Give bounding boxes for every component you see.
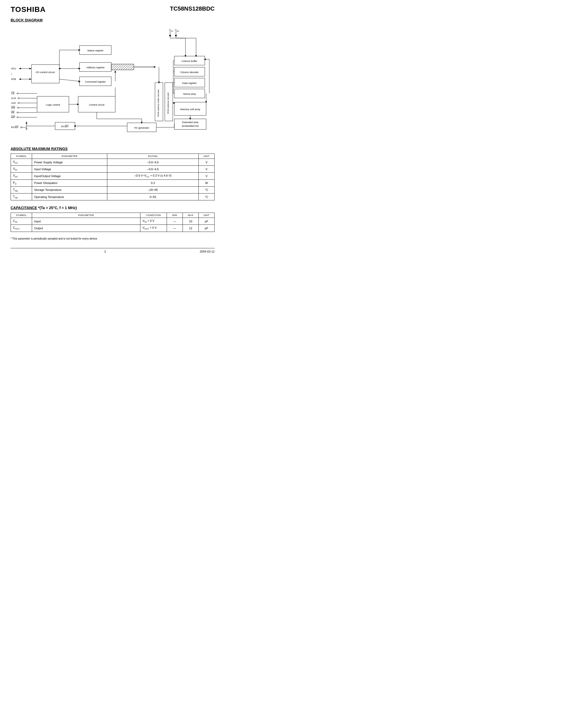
svg-text:RE: RE	[11, 111, 15, 114]
svg-point-69	[21, 127, 22, 128]
table-row: PD Power Dissipation 0.3 W	[11, 179, 214, 186]
cap-max-cin: 10	[183, 218, 199, 225]
cap-cond-cin: VIN = 0 V	[140, 218, 167, 225]
unit-vin: V	[199, 166, 214, 173]
cap-col-unit: UNIT	[199, 213, 214, 218]
table-row: Tstg Storage Temperature –20~65 °C	[11, 186, 214, 193]
symbol-tstg: Tstg	[11, 186, 32, 193]
rating-vin: –0.6~4.6	[107, 166, 199, 173]
svg-text:VSS: VSS	[175, 29, 179, 32]
svg-text:(embedded ID): (embedded ID)	[182, 124, 198, 127]
table-row: VCC Power Supply Voltage –0.6~4.6 V	[11, 159, 214, 166]
table-row: CIN Input VIN = 0 V — 10 pF	[11, 218, 214, 225]
param-vio: Input/Output Voltage	[32, 173, 107, 179]
svg-text:Memory cell array: Memory cell array	[180, 108, 200, 111]
svg-text:WE: WE	[11, 106, 15, 109]
svg-point-51	[17, 93, 18, 94]
footer-date: 2004-03-12	[200, 250, 214, 253]
svg-text:Extended area: Extended area	[182, 121, 199, 124]
svg-point-54	[18, 98, 19, 99]
svg-text:HV generator: HV generator	[134, 126, 149, 129]
cap-symbol-cin: CIN	[11, 218, 32, 225]
svg-text:VCC: VCC	[169, 29, 173, 32]
col-unit: UNIT	[199, 154, 214, 159]
rating-vio: –0.6 V~VCC + 0.3 V (≤ 4.6 V)	[107, 173, 199, 179]
svg-text:CLE: CLE	[11, 97, 16, 100]
svg-text:Column decoder: Column decoder	[180, 71, 199, 74]
symbol-pd: PD	[11, 179, 32, 186]
cap-col-symbol: SYMBOL	[11, 213, 32, 218]
svg-text:i: i	[11, 72, 12, 75]
cap-cond-cout: VOUT = 0 V	[140, 225, 167, 232]
svg-line-89	[59, 79, 79, 81]
svg-marker-14	[19, 78, 21, 80]
cap-title-word: CAPACITANCE	[11, 206, 37, 210]
svg-text:CE: CE	[11, 92, 15, 95]
symbol-vin: VIN	[11, 166, 32, 173]
svg-rect-15	[32, 65, 59, 83]
col-symbol: SYMBOL	[11, 154, 32, 159]
svg-point-60	[17, 107, 19, 109]
page-header: TOSHIBA TC58NS128BDC	[11, 5, 214, 14]
symbol-vio: VI/O	[11, 173, 32, 179]
svg-text:I/O8: I/O8	[11, 78, 16, 80]
capacitance-title: CAPACITANCE *(Ta = 25°C, f = 1 MHz)	[11, 206, 214, 210]
svg-text:Sense amp: Sense amp	[183, 92, 196, 95]
svg-text:RY/BY: RY/BY	[61, 125, 69, 128]
svg-marker-5	[175, 35, 177, 37]
svg-marker-13	[29, 78, 32, 80]
param-vin: Input Voltage	[32, 166, 107, 173]
block-diagram-container: VCC VSS I/O1 i I/O8 I/O control circuit	[11, 25, 217, 139]
symbol-vcc: VCC	[11, 159, 32, 166]
param-pd: Power Dissipation	[32, 179, 107, 186]
symbol-topr: Topr	[11, 193, 32, 200]
svg-text:ROW address buffer decoder: ROW address buffer decoder	[157, 89, 159, 117]
unit-topr: °C	[199, 193, 214, 200]
cap-max-cout: 12	[183, 225, 199, 232]
svg-text:ALE: ALE	[11, 101, 16, 104]
cap-col-max: MAX	[183, 213, 199, 218]
svg-marker-8	[29, 68, 32, 69]
cap-min-cin: —	[167, 218, 183, 225]
capacitance-section: CAPACITANCE *(Ta = 25°C, f = 1 MHz) SYMB…	[11, 206, 214, 240]
cap-col-min: MIN	[167, 213, 183, 218]
company-logo: TOSHIBA	[11, 5, 46, 14]
rating-pd: 0.3	[107, 179, 199, 186]
svg-text:I/O control circuit: I/O control circuit	[36, 71, 55, 74]
unit-pd: W	[199, 179, 214, 186]
capacitance-table: SYMBOL PARAMETER CONDITION MIN MAX UNIT …	[11, 213, 214, 232]
svg-marker-85	[114, 70, 116, 73]
svg-text:Column buffer: Column buffer	[181, 60, 197, 62]
cap-col-condition: CONDITION	[140, 213, 167, 218]
page-number: 2	[104, 250, 106, 253]
svg-text:Address register: Address register	[86, 66, 104, 69]
svg-point-66	[17, 117, 18, 118]
table-row: Topr Operating Temperature 0~55 °C	[11, 193, 214, 200]
abs-max-ratings-section: ABSOLUTE MAXIMUM RATINGS SYMBOL PARAMETE…	[11, 147, 214, 200]
svg-rect-21	[111, 64, 134, 70]
svg-text:I/O1: I/O1	[11, 67, 16, 70]
capacitance-footnote: * This parameter is periodically sampled…	[11, 237, 214, 240]
svg-text:WP: WP	[11, 116, 15, 119]
svg-marker-3	[169, 35, 171, 37]
table-row: VI/O Input/Output Voltage –0.6 V~VCC + 0…	[11, 173, 214, 179]
param-topr: Operating Temperature	[32, 193, 107, 200]
svg-rect-47	[174, 119, 206, 129]
svg-text:Command register: Command register	[85, 80, 106, 83]
rating-topr: 0~55	[107, 193, 199, 200]
svg-text:Status register: Status register	[87, 49, 103, 52]
svg-point-63	[17, 112, 18, 113]
model-number: TC58NS128BDC	[170, 5, 214, 12]
cap-param-cout: Output	[32, 225, 140, 232]
abs-max-title: ABSOLUTE MAXIMUM RATINGS	[11, 147, 214, 151]
unit-vio: V	[199, 173, 214, 179]
cap-unit-cout: pF	[199, 225, 214, 232]
cap-symbol-cout: COUT	[11, 225, 32, 232]
cap-min-cout: —	[167, 225, 183, 232]
cap-col-parameter: PARAMETER	[32, 213, 140, 218]
unit-tstg: °C	[199, 186, 214, 193]
svg-point-57	[18, 102, 19, 104]
svg-text:Control circuit: Control circuit	[89, 103, 104, 106]
svg-text:Data register: Data register	[182, 82, 196, 84]
abs-max-table: SYMBOL PARAMETER RATING UNIT VCC Power S…	[11, 154, 214, 200]
